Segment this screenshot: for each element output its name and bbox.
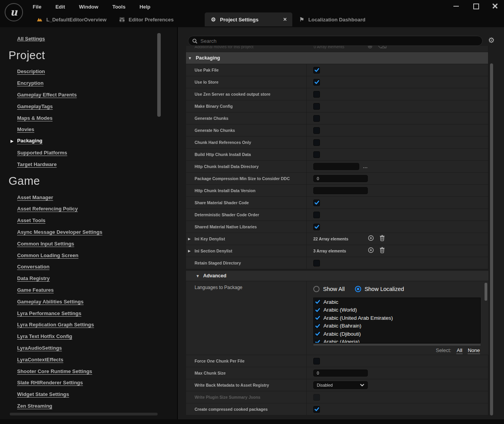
language-list-horizontal-scrollbar[interactable]: [313, 344, 481, 345]
sidebar-item-gameplay-effect-parents[interactable]: Gameplay Effect Parents: [0, 89, 156, 101]
setting-checkbox[interactable]: [313, 406, 320, 413]
setting-checkbox[interactable]: [313, 394, 320, 401]
sidebar-item-description[interactable]: Description: [0, 66, 156, 77]
select-all-link[interactable]: All: [457, 347, 462, 354]
tab-editor-preferences[interactable]: Editor Preferences: [113, 12, 180, 26]
maximize-icon[interactable]: [472, 2, 479, 9]
language-list-scrollbar[interactable]: [485, 283, 487, 301]
language-checkbox[interactable]: [314, 323, 321, 329]
menu-file[interactable]: File: [31, 3, 43, 11]
close-icon[interactable]: [492, 2, 499, 9]
setting-checkbox[interactable]: [313, 200, 320, 206]
radio-option-show-localized[interactable]: Show Localized: [355, 286, 404, 292]
setting-checkbox[interactable]: [313, 91, 320, 98]
sidebar-item-encryption[interactable]: Encryption: [0, 77, 156, 89]
add-array-element-icon[interactable]: [368, 247, 374, 255]
packaging-category-header[interactable]: ▼ Packaging: [186, 52, 488, 64]
sidebar-item-lyraaudiosettings[interactable]: LyraAudioSettings: [0, 342, 156, 354]
language-item-arabic-djibouti[interactable]: Arabic (Djibouti): [314, 330, 480, 338]
language-item-arabic-world[interactable]: Arabic (World): [314, 306, 480, 314]
tab-localization-dashboard[interactable]: ⚑Localization Dashboard: [292, 12, 372, 26]
setting-text-input[interactable]: [313, 163, 359, 170]
search-input[interactable]: [200, 38, 453, 44]
expander-arrow-icon[interactable]: ▶: [188, 237, 191, 241]
main-vertical-scrollbar[interactable]: [490, 63, 493, 415]
setting-checkbox[interactable]: [313, 212, 320, 218]
setting-text-input[interactable]: 0: [313, 370, 368, 377]
sidebar-item-asset-tools[interactable]: Asset Tools: [0, 215, 156, 226]
sidebar-item-maps-modes[interactable]: Maps & Modes: [0, 112, 156, 124]
setting-checkbox[interactable]: [313, 127, 320, 134]
language-checkbox[interactable]: [314, 339, 321, 343]
sidebar-item-target-hardware[interactable]: Target Hardware: [0, 158, 156, 170]
sidebar-item-common-loading-screen[interactable]: Common Loading Screen: [0, 249, 156, 261]
delete-array-icon[interactable]: ⌫: [378, 46, 387, 50]
tab-l-defaulteditoroverview[interactable]: L_DefaultEditorOverview: [30, 12, 113, 26]
add-array-element-icon[interactable]: [368, 235, 374, 243]
sidebar-item-lyra-performance-settings[interactable]: Lyra Performance Settings: [0, 307, 156, 319]
add-array-element-icon[interactable]: ⊕: [367, 46, 372, 50]
radio-option-show-all[interactable]: Show All: [313, 286, 345, 292]
sidebar-horizontal-scrollbar[interactable]: [10, 413, 158, 415]
sidebar-item-widget-state-settings[interactable]: Widget State Settings: [0, 389, 156, 400]
sidebar-item-supported-platforms[interactable]: Supported Platforms: [0, 147, 156, 159]
advanced-section-header[interactable]: ▼ Advanced: [186, 271, 488, 281]
sidebar-item-lyra-replication-graph-settings[interactable]: Lyra Replication Graph Settings: [0, 319, 156, 331]
language-checkbox[interactable]: [314, 315, 321, 321]
sidebar-item-async-message-developer-settings[interactable]: Async Message Developer Settings: [0, 226, 156, 238]
sidebar-item-gameplay-abilities-settings[interactable]: Gameplay Abilities Settings: [0, 296, 156, 307]
unreal-engine-logo-icon[interactable]: u: [5, 3, 23, 21]
setting-checkbox[interactable]: [313, 79, 320, 86]
menu-help[interactable]: Help: [138, 3, 152, 11]
language-item-arabic-bahrain[interactable]: Arabic (Bahrain): [314, 322, 480, 330]
language-checkbox[interactable]: [314, 299, 321, 305]
sidebar-item-zen-streaming[interactable]: Zen Streaming: [0, 400, 156, 412]
sidebar-item-lyracontexteffects[interactable]: LyraContextEffects: [0, 354, 156, 365]
sidebar-item-packaging[interactable]: ▶Packaging: [0, 135, 156, 147]
sidebar-item-gameplaytags[interactable]: GameplayTags: [0, 100, 156, 112]
setting-text-input[interactable]: [313, 187, 368, 194]
search-field[interactable]: [188, 36, 483, 46]
sidebar-item-all-settings[interactable]: All Settings: [17, 36, 45, 42]
setting-text-input[interactable]: 0: [313, 175, 368, 182]
sidebar-item-common-input-settings[interactable]: Common Input Settings: [0, 238, 156, 249]
sidebar-item-shooter-core-runtime-settings[interactable]: Shooter Core Runtime Settings: [0, 365, 156, 377]
setting-checkbox[interactable]: [313, 139, 320, 146]
setting-dropdown[interactable]: Disabled: [313, 381, 368, 389]
sidebar-item-asset-referencing-policy[interactable]: Asset Referencing Policy: [0, 203, 156, 215]
sidebar-item-slate-rhirenderer-settings[interactable]: Slate RHIRenderer Settings: [0, 377, 156, 389]
menu-tools[interactable]: Tools: [111, 3, 127, 11]
tab-project-settings[interactable]: ⚙Project Settings✕: [205, 12, 292, 26]
setting-checkbox[interactable]: [313, 115, 320, 122]
sidebar-item-movies[interactable]: Movies: [0, 124, 156, 135]
sidebar-item-game-features[interactable]: Game Features: [0, 284, 156, 296]
language-checkbox[interactable]: [314, 307, 321, 313]
delete-array-icon[interactable]: [379, 235, 385, 243]
sidebar-vertical-scrollbar[interactable]: [157, 33, 161, 117]
browse-more-button[interactable]: ...: [363, 164, 368, 169]
menu-edit[interactable]: Edit: [54, 3, 67, 11]
language-checkbox[interactable]: [314, 331, 321, 337]
setting-label: Http Chunk Install Data Directory: [195, 164, 304, 169]
language-item-arabic[interactable]: Arabic: [314, 298, 480, 306]
expander-arrow-icon[interactable]: ▶: [188, 249, 191, 253]
setting-checkbox[interactable]: [313, 358, 320, 364]
setting-checkbox[interactable]: [313, 67, 320, 74]
menu-window[interactable]: Window: [77, 3, 100, 11]
sidebar-item-asset-manager[interactable]: Asset Manager: [0, 191, 156, 203]
language-item-arabic-united-arab-emirates[interactable]: Arabic (United Arab Emirates): [314, 314, 480, 322]
delete-array-icon[interactable]: [379, 247, 385, 255]
sidebar-item-conversation[interactable]: Conversation: [0, 261, 156, 273]
setting-value: 3 Array elements: [313, 249, 346, 253]
setting-checkbox[interactable]: [313, 151, 320, 158]
setting-checkbox[interactable]: [313, 224, 320, 230]
minimize-icon[interactable]: [453, 2, 460, 9]
language-item-arabic-algeria[interactable]: Arabic (Algeria): [314, 338, 480, 343]
settings-options-gear-icon[interactable]: ⚙: [488, 37, 495, 44]
setting-checkbox[interactable]: [313, 103, 320, 110]
setting-checkbox[interactable]: [313, 260, 320, 266]
tab-close-icon[interactable]: ✕: [283, 17, 287, 22]
sidebar-item-data-registry[interactable]: Data Registry: [0, 273, 156, 284]
sidebar-item-lyra-text-hotfix-config[interactable]: Lyra Text Hotfix Config: [0, 331, 156, 342]
select-none-link[interactable]: None: [468, 347, 480, 354]
